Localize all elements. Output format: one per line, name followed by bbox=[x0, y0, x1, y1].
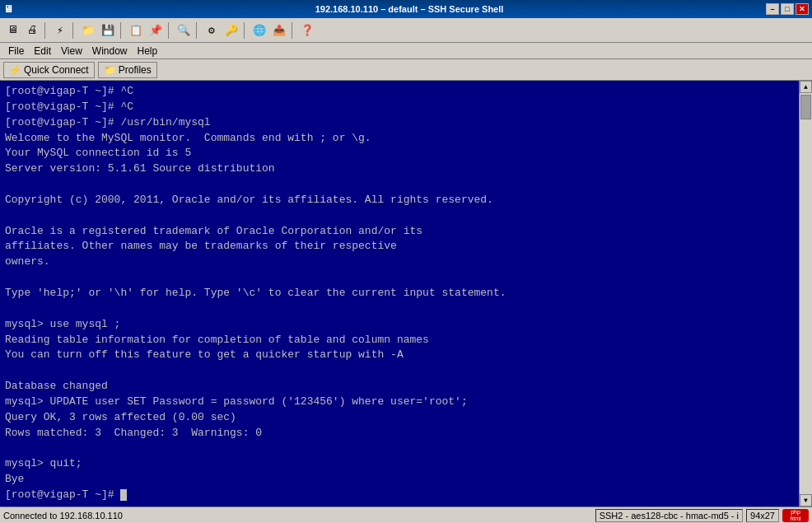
menubar: File Edit View Window Help bbox=[0, 43, 812, 59]
ssh-info: SSH2 - aes128-cbc - hmac-md5 - i bbox=[595, 509, 743, 522]
status-connected: Connected to 192.168.10.110 bbox=[3, 511, 595, 521]
separator bbox=[120, 22, 124, 39]
quickbar: ⚡ Quick Connect 📁 Profiles bbox=[0, 59, 812, 81]
status-right: SSH2 - aes128-cbc - hmac-md5 - i 94x27 p… bbox=[595, 509, 809, 522]
dimensions: 94x27 bbox=[746, 509, 779, 522]
menu-file[interactable]: File bbox=[3, 44, 29, 58]
new-icon[interactable]: 🖥 bbox=[3, 21, 21, 40]
settings-icon[interactable]: ⚙ bbox=[203, 21, 221, 40]
help-icon[interactable]: ❓ bbox=[298, 21, 316, 40]
profiles-button[interactable]: 📁 Profiles bbox=[98, 62, 157, 78]
profiles-label: Profiles bbox=[119, 64, 152, 76]
quick-connect-button[interactable]: ⚡ Quick Connect bbox=[3, 62, 95, 78]
transfer-icon[interactable]: 📤 bbox=[270, 21, 288, 40]
separator bbox=[244, 22, 247, 39]
statusbar: Connected to 192.168.10.110 SSH2 - aes12… bbox=[0, 507, 812, 523]
separator bbox=[72, 22, 76, 39]
save-icon[interactable]: 💾 bbox=[99, 21, 117, 40]
menu-help[interactable]: Help bbox=[133, 44, 163, 58]
folder-icon[interactable]: 📁 bbox=[79, 21, 97, 40]
lightning-icon: ⚡ bbox=[9, 64, 21, 76]
terminal-wrapper: [root@vigap-T ~]# ^C [root@vigap-T ~]# ^… bbox=[0, 81, 812, 507]
paste-icon[interactable]: 📌 bbox=[147, 21, 165, 40]
minimize-button[interactable]: – bbox=[766, 3, 779, 15]
globe-icon[interactable]: 🌐 bbox=[250, 21, 268, 40]
titlebar: 🖥 192.168.10.110 – default – SSH Secure … bbox=[0, 0, 812, 18]
separator bbox=[196, 22, 199, 39]
find-icon[interactable]: 🔍 bbox=[175, 21, 193, 40]
menu-window[interactable]: Window bbox=[87, 44, 133, 58]
scroll-up-button[interactable]: ▲ bbox=[800, 81, 812, 93]
print-icon[interactable]: 🖨 bbox=[23, 21, 41, 40]
window-controls[interactable]: – □ ✕ bbox=[766, 3, 809, 15]
separator bbox=[292, 22, 295, 39]
folder-icon: 📁 bbox=[104, 64, 116, 76]
menu-edit[interactable]: Edit bbox=[29, 44, 56, 58]
toolbar: 🖥 🖨 ⚡ 📁 💾 📋 📌 🔍 ⚙ 🔑 🌐 📤 ❓ bbox=[0, 18, 812, 43]
connect-icon[interactable]: ⚡ bbox=[51, 21, 69, 40]
key-icon[interactable]: 🔑 bbox=[222, 21, 240, 40]
php-logo: phphtml bbox=[782, 509, 809, 522]
scroll-thumb[interactable] bbox=[800, 95, 811, 119]
quick-connect-label: Quick Connect bbox=[24, 64, 89, 76]
scrollbar[interactable]: ▲ ▼ bbox=[799, 81, 812, 507]
window-title: 192.168.10.110 – default – SSH Secure Sh… bbox=[53, 4, 766, 14]
terminal[interactable]: [root@vigap-T ~]# ^C [root@vigap-T ~]# ^… bbox=[0, 81, 799, 507]
menu-view[interactable]: View bbox=[56, 44, 87, 58]
maximize-button[interactable]: □ bbox=[781, 3, 794, 15]
close-button[interactable]: ✕ bbox=[796, 3, 809, 15]
separator bbox=[44, 22, 48, 39]
separator bbox=[168, 22, 171, 39]
scroll-down-button[interactable]: ▼ bbox=[800, 494, 812, 507]
copy-icon[interactable]: 📋 bbox=[127, 21, 145, 40]
